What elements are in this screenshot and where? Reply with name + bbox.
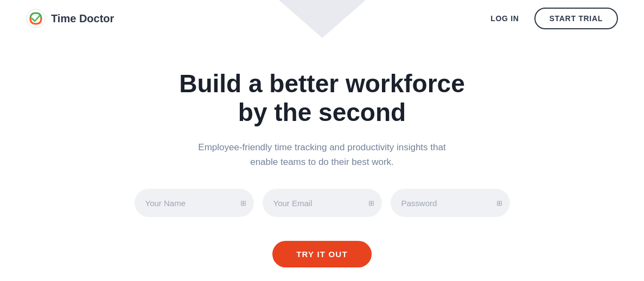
signup-form-section: TRY IT OUT (135, 189, 510, 267)
password-input[interactable] (391, 189, 510, 217)
login-link[interactable]: LOG IN (490, 14, 519, 23)
triangle-decoration (279, 0, 366, 38)
try-it-out-button[interactable]: TRY IT OUT (272, 241, 372, 267)
headline-line1: Build a better workforce (179, 69, 465, 98)
time-doctor-logo-icon (26, 9, 46, 28)
header: Time Doctor LOG IN START TRIAL (0, 0, 644, 37)
headline-line2: by the second (238, 98, 406, 126)
name-input-wrapper (135, 189, 254, 217)
password-input-wrapper (391, 189, 510, 217)
start-trial-button[interactable]: START TRIAL (534, 8, 618, 29)
nav-actions: LOG IN START TRIAL (490, 8, 618, 29)
logo-area: Time Doctor (26, 9, 114, 28)
headline: Build a better workforce by the second (179, 69, 465, 127)
subheadline: Employee-friendly time tracking and prod… (197, 140, 447, 169)
logo-text: Time Doctor (51, 12, 114, 25)
signup-form (135, 189, 510, 217)
name-input[interactable] (135, 189, 254, 217)
email-input[interactable] (263, 189, 382, 217)
email-input-wrapper (263, 189, 382, 217)
main-content: Build a better workforce by the second E… (0, 37, 644, 267)
svg-point-0 (27, 9, 45, 28)
